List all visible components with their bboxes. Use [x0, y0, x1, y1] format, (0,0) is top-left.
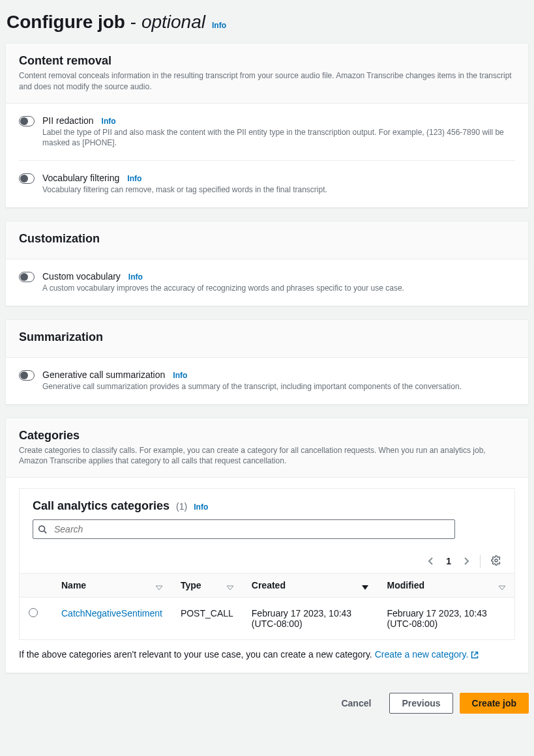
pii-redaction-label: PII redaction — [42, 115, 94, 126]
gen-summarization-desc: Generative call summarization provides a… — [42, 381, 515, 392]
sort-icon-active — [362, 582, 368, 589]
page-title-optional: optional — [141, 12, 205, 32]
row-select-radio[interactable] — [29, 608, 38, 617]
option-vocab-filtering: Vocabulary filtering Info Vocabulary fil… — [19, 160, 515, 207]
col-created-label: Created — [252, 580, 286, 590]
col-type[interactable]: Type — [171, 574, 243, 598]
cancel-button[interactable]: Cancel — [329, 693, 383, 714]
toggle-gen-summarization[interactable] — [19, 370, 35, 381]
svg-marker-3 — [156, 586, 162, 590]
page-title-main: Configure job — [7, 12, 125, 32]
create-category-link[interactable]: Create a new category. — [375, 649, 479, 660]
table-count: (1) — [176, 501, 187, 512]
custom-vocab-label: Custom vocabulary — [42, 271, 121, 282]
categories-desc: Create categories to classify calls. For… — [19, 445, 515, 467]
content-removal-desc: Content removal conceals information in … — [19, 70, 515, 93]
table-row: CatchNegativeSentiment POST_CALL Februar… — [20, 598, 514, 640]
categories-table: Call analytics categories (1) Info — [19, 488, 515, 640]
col-modified[interactable]: Modified — [378, 574, 514, 598]
svg-marker-6 — [499, 586, 505, 590]
custom-vocab-info[interactable]: Info — [128, 272, 143, 282]
table-title: Call analytics categories — [33, 499, 170, 513]
page-info-link[interactable]: Info — [212, 21, 226, 30]
sort-icon — [156, 582, 162, 589]
panel-header: Summarization — [6, 320, 528, 358]
customization-title: Customization — [19, 232, 515, 246]
search-box — [33, 519, 455, 539]
categories-footer-text: If the above categories aren't relevant … — [19, 649, 375, 660]
divider — [480, 555, 481, 568]
external-link-icon — [471, 650, 479, 661]
pii-redaction-desc: Label the type of PII and also mask the … — [42, 127, 515, 149]
option-gen-summarization: Generative call summarization Info Gener… — [19, 358, 515, 404]
table-info[interactable]: Info — [194, 502, 208, 512]
toggle-custom-vocab[interactable] — [19, 272, 35, 282]
col-type-label: Type — [181, 580, 201, 590]
category-type: POST_CALL — [171, 598, 243, 640]
search-icon — [38, 525, 47, 534]
panel-header: Content removal Content removal conceals… — [6, 44, 528, 104]
vocab-filtering-label: Vocabulary filtering — [42, 173, 119, 183]
create-category-link-text: Create a new category. — [375, 649, 469, 660]
col-name[interactable]: Name — [52, 574, 171, 598]
svg-marker-4 — [227, 586, 233, 590]
svg-point-2 — [495, 559, 497, 562]
option-custom-vocab: Custom vocabulary Info A custom vocabula… — [19, 259, 515, 306]
categories-title: Categories — [19, 429, 515, 443]
category-name-link[interactable]: CatchNegativeSentiment — [61, 608, 162, 618]
panel-header: Customization — [6, 222, 528, 259]
panel-categories: Categories Create categories to classify… — [5, 418, 529, 674]
svg-marker-5 — [362, 585, 368, 590]
toggle-pii-redaction[interactable] — [19, 116, 35, 126]
create-job-button[interactable]: Create job — [460, 693, 529, 714]
panel-summarization: Summarization Generative call summarizat… — [5, 319, 529, 405]
panel-header: Categories Create categories to classify… — [6, 418, 528, 478]
page-number: 1 — [446, 556, 451, 566]
gen-summarization-info[interactable]: Info — [173, 371, 187, 380]
content-removal-title: Content removal — [19, 54, 515, 68]
custom-vocab-desc: A custom vocabulary improves the accurac… — [42, 283, 515, 294]
wizard-footer: Cancel Previous Create job — [5, 686, 529, 719]
page-title: Configure job - optional Info — [7, 12, 529, 33]
svg-point-0 — [39, 526, 45, 532]
panel-customization: Customization Custom vocabulary Info A c… — [5, 221, 529, 306]
search-input[interactable] — [33, 519, 455, 539]
next-page-button[interactable] — [463, 557, 469, 566]
vocab-filtering-desc: Vocabulary filtering can remove, mask or… — [42, 184, 515, 196]
col-created[interactable]: Created — [243, 574, 378, 598]
sort-icon — [499, 582, 505, 589]
prev-page-button[interactable] — [428, 557, 434, 566]
vocab-filtering-info[interactable]: Info — [127, 174, 141, 183]
summarization-title: Summarization — [19, 330, 515, 344]
category-modified: February 17 2023, 10:43 (UTC-08:00) — [378, 598, 514, 640]
col-select — [20, 574, 52, 598]
category-created: February 17 2023, 10:43 (UTC-08:00) — [243, 598, 378, 640]
option-pii-redaction: PII redaction Info Label the type of PII… — [19, 104, 515, 161]
col-name-label: Name — [61, 580, 86, 590]
panel-content-removal: Content removal Content removal conceals… — [5, 43, 529, 208]
gen-summarization-label: Generative call summarization — [42, 370, 165, 380]
previous-button[interactable]: Previous — [389, 693, 452, 714]
svg-line-1 — [44, 531, 47, 534]
settings-button[interactable] — [491, 555, 501, 568]
col-modified-label: Modified — [387, 580, 424, 590]
page-title-sep: - — [130, 12, 136, 32]
sort-icon — [227, 582, 233, 589]
toggle-vocab-filtering[interactable] — [19, 173, 35, 184]
pii-redaction-info[interactable]: Info — [102, 117, 116, 126]
